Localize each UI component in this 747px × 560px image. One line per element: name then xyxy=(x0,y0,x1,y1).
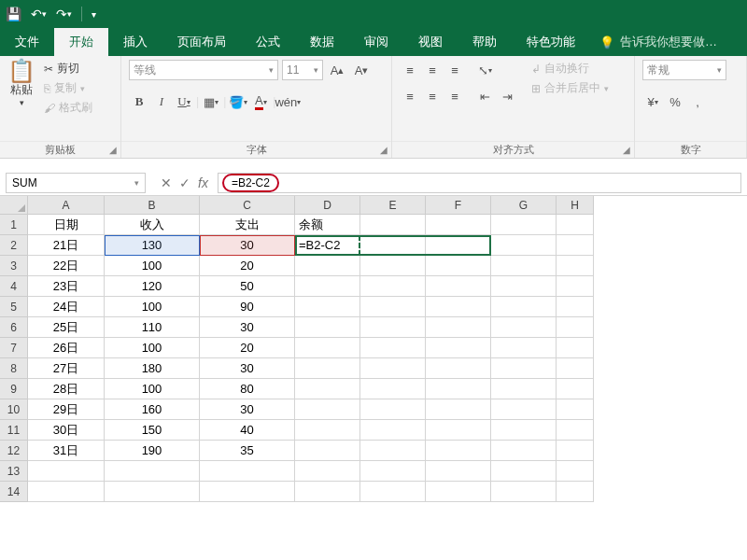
row-header-10[interactable]: 10 xyxy=(0,399,28,420)
cell-G6[interactable] xyxy=(491,317,557,338)
cell-F14[interactable] xyxy=(426,482,491,502)
font-color-button[interactable]: A▾ xyxy=(250,91,271,112)
cell-C3[interactable]: 20 xyxy=(200,256,295,276)
cell-E13[interactable] xyxy=(360,461,426,482)
cell-C9[interactable]: 80 xyxy=(200,379,295,399)
underline-button[interactable]: U▾ xyxy=(174,91,194,112)
cell-A3[interactable]: 22日 xyxy=(28,256,105,276)
tab-data[interactable]: 数据 xyxy=(295,28,349,56)
cell-E6[interactable] xyxy=(360,317,426,338)
cell-A6[interactable]: 25日 xyxy=(28,317,105,338)
tab-review[interactable]: 审阅 xyxy=(349,28,403,56)
cell-B1[interactable]: 收入 xyxy=(105,215,200,235)
cell-E11[interactable] xyxy=(360,420,426,441)
tab-page-layout[interactable]: 页面布局 xyxy=(162,28,241,56)
cell-C5[interactable]: 90 xyxy=(200,297,295,317)
cell-F4[interactable] xyxy=(426,276,491,297)
row-header-4[interactable]: 4 xyxy=(0,276,28,297)
cell-H14[interactable] xyxy=(557,482,594,502)
cell-E8[interactable] xyxy=(360,358,426,379)
cell-D12[interactable] xyxy=(295,441,360,461)
cell-B4[interactable]: 120 xyxy=(105,276,200,297)
tab-help[interactable]: 帮助 xyxy=(458,28,512,56)
tab-formulas[interactable]: 公式 xyxy=(241,28,295,56)
col-header-B[interactable]: B xyxy=(105,196,200,215)
cell-F7[interactable] xyxy=(426,338,491,358)
col-header-D[interactable]: D xyxy=(295,196,360,215)
col-header-G[interactable]: G xyxy=(491,196,557,215)
cell-F2[interactable] xyxy=(426,235,491,256)
row-header-11[interactable]: 11 xyxy=(0,420,28,441)
cell-C10[interactable]: 30 xyxy=(200,399,295,420)
cell-F9[interactable] xyxy=(426,379,491,399)
cell-F5[interactable] xyxy=(426,297,491,317)
cell-D11[interactable] xyxy=(295,420,360,441)
cell-H10[interactable] xyxy=(557,399,594,420)
redo-icon[interactable]: ↷▾ xyxy=(56,7,72,21)
align-bottom-icon[interactable]: ≡ xyxy=(444,60,465,80)
cell-B7[interactable]: 100 xyxy=(105,338,200,358)
col-header-C[interactable]: C xyxy=(200,196,295,215)
cancel-formula-icon[interactable]: ✕ xyxy=(161,175,172,190)
cell-D1[interactable]: 余额 xyxy=(295,215,360,235)
bold-button[interactable]: B xyxy=(129,91,149,112)
italic-button[interactable]: I xyxy=(151,91,172,112)
cell-A4[interactable]: 23日 xyxy=(28,276,105,297)
clipboard-launcher-icon[interactable]: ◢ xyxy=(109,145,117,155)
cell-D5[interactable] xyxy=(295,297,360,317)
cell-B3[interactable]: 100 xyxy=(105,256,200,276)
copy-button[interactable]: ⎘复制▾ xyxy=(41,79,95,97)
row-header-2[interactable]: 2 xyxy=(0,235,28,256)
cell-D6[interactable] xyxy=(295,317,360,338)
cell-G2[interactable] xyxy=(491,235,557,256)
cell-C4[interactable]: 50 xyxy=(200,276,295,297)
decrease-font-icon[interactable]: A▾ xyxy=(351,60,372,80)
orientation-icon[interactable]: ⤡▾ xyxy=(474,60,495,80)
cell-D7[interactable] xyxy=(295,338,360,358)
cell-A8[interactable]: 27日 xyxy=(28,358,105,379)
cell-C2[interactable]: 30 xyxy=(200,235,295,256)
col-header-H[interactable]: H xyxy=(557,196,594,215)
row-header-13[interactable]: 13 xyxy=(0,461,28,482)
cell-H7[interactable] xyxy=(557,338,594,358)
cell-D14[interactable] xyxy=(295,482,360,502)
cell-F11[interactable] xyxy=(426,420,491,441)
cell-H8[interactable] xyxy=(557,358,594,379)
row-header-8[interactable]: 8 xyxy=(0,358,28,379)
cell-E12[interactable] xyxy=(360,441,426,461)
col-header-E[interactable]: E xyxy=(360,196,426,215)
align-right-icon[interactable]: ≡ xyxy=(444,86,465,106)
qat-customize-icon[interactable]: ▾ xyxy=(92,9,96,20)
number-format-combo[interactable]: 常规▾ xyxy=(642,60,726,80)
cell-F13[interactable] xyxy=(426,461,491,482)
cell-F3[interactable] xyxy=(426,256,491,276)
cell-B9[interactable]: 100 xyxy=(105,379,200,399)
cell-E1[interactable] xyxy=(360,215,426,235)
cell-F1[interactable] xyxy=(426,215,491,235)
tab-view[interactable]: 视图 xyxy=(403,28,458,56)
cell-H1[interactable] xyxy=(557,215,594,235)
align-center-icon[interactable]: ≡ xyxy=(422,86,443,106)
cell-B11[interactable]: 150 xyxy=(105,420,200,441)
cell-H5[interactable] xyxy=(557,297,594,317)
cell-D9[interactable] xyxy=(295,379,360,399)
currency-icon[interactable]: ¥▾ xyxy=(642,91,663,112)
paste-button[interactable]: 📋 粘贴 ▾ xyxy=(7,60,35,107)
cell-B2[interactable]: 130 xyxy=(105,235,200,256)
cell-C13[interactable] xyxy=(200,461,295,482)
cell-E10[interactable] xyxy=(360,399,426,420)
row-header-3[interactable]: 3 xyxy=(0,256,28,276)
row-header-12[interactable]: 12 xyxy=(0,441,28,461)
enter-formula-icon[interactable]: ✓ xyxy=(179,175,190,190)
undo-icon[interactable]: ↶▾ xyxy=(31,7,47,21)
cell-B13[interactable] xyxy=(105,461,200,482)
cell-F6[interactable] xyxy=(426,317,491,338)
cell-H6[interactable] xyxy=(557,317,594,338)
cell-B6[interactable]: 110 xyxy=(105,317,200,338)
cell-G8[interactable] xyxy=(491,358,557,379)
cell-G7[interactable] xyxy=(491,338,557,358)
formula-input[interactable]: =B2-C2 xyxy=(218,173,741,193)
cell-G11[interactable] xyxy=(491,420,557,441)
decrease-indent-icon[interactable]: ⇤ xyxy=(474,86,495,106)
cell-C12[interactable]: 35 xyxy=(200,441,295,461)
